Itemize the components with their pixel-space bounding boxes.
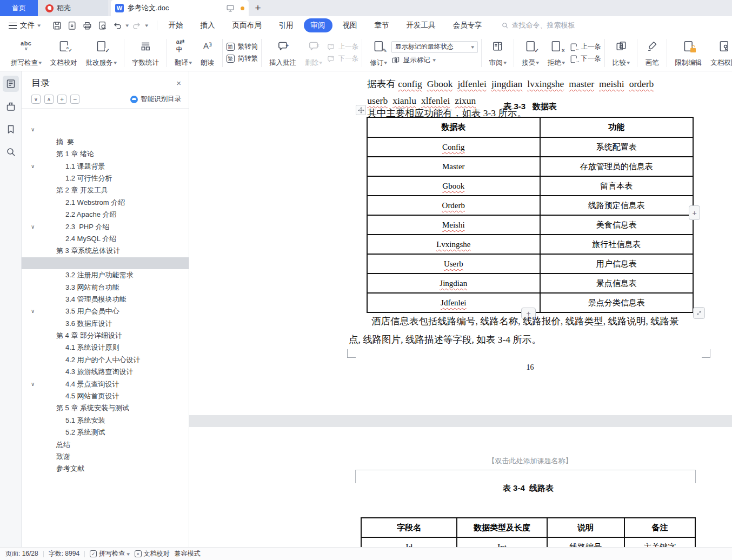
toc-item[interactable]: 4.3 旅游线路查询设计 [22,342,189,354]
table-cell-en[interactable]: Userb [367,254,540,274]
bookmark-panel-button[interactable] [3,121,19,137]
table-cell-cn[interactable]: 存放管理员的信息表 [540,157,693,176]
toc-item[interactable]: 3.2 注册用户功能需求 [22,245,189,257]
table-header-cell[interactable]: 字段名 [361,518,457,537]
table-cell-cn[interactable]: 线路预定信息表 [540,196,693,215]
more-commands-icon[interactable] [145,23,148,28]
undo-caret-icon[interactable] [125,23,129,28]
table-cell-en[interactable]: Master [367,157,540,176]
doc-permission-button[interactable]: 文档权限 [706,38,732,68]
close-icon[interactable]: × [176,78,181,88]
table-header-cell[interactable]: 数据类型及长度 [457,518,547,537]
tab-document[interactable]: W 参考论文.doc [111,0,249,16]
table-resize-handle[interactable] [693,307,705,319]
table-header-cell[interactable]: 功能 [540,117,693,137]
collapse-level-button[interactable] [70,95,79,104]
print-button[interactable] [81,19,94,32]
table-cell-en[interactable]: Config [367,137,540,157]
toc-item[interactable]: 1.2 可行性分析 [22,148,189,160]
table-cell-cn[interactable]: 景点信息表 [540,274,693,293]
compare-button[interactable]: 比较 [608,38,634,68]
outline-panel-button[interactable] [3,76,19,92]
table-cell[interactable]: 线路编号 [547,537,624,547]
insert-comment-button[interactable]: 插入批注 [265,38,301,68]
table-cell-en[interactable]: Jdfenlei [367,293,540,312]
toc-item[interactable]: ∨ 第 4 章 部分详细设计 [22,305,189,317]
table-header-cell[interactable]: 数据表 [367,117,540,137]
markup-state-select[interactable]: 显示标记的最终状态 [391,41,478,53]
table-cell-cn[interactable]: 用户信息表 [540,254,693,274]
chevron-down-icon[interactable]: ∨ [31,124,35,136]
menu-item[interactable]: 审阅 [304,18,332,32]
collapse-all-button[interactable] [44,95,54,104]
menu-item[interactable]: 会员专享 [446,18,489,32]
toc-item[interactable]: 5.1 系统安装 [22,390,189,402]
toc-item[interactable]: ∨ 第 1 章 绪论 [22,124,189,136]
save-button[interactable] [50,19,63,32]
read-aloud-button[interactable]: 朗读 [196,38,219,68]
reject-change-button[interactable]: 拒绝 [543,38,569,68]
table-move-handle[interactable] [356,105,366,115]
table-cell[interactable]: 主关键字 [624,537,695,547]
table-cell-en[interactable]: Lvxingshe [367,235,540,254]
redo-button[interactable] [130,19,143,32]
menu-item[interactable]: 插入 [194,18,222,32]
toc-item[interactable]: 3.3 网站前台功能 [22,257,189,269]
toc-item[interactable]: 5.2 系统测试 [22,402,189,414]
undo-button[interactable] [111,19,124,32]
menu-item[interactable]: 引用 [272,18,301,32]
new-tab-button[interactable]: + [249,0,267,16]
toc-item[interactable]: 2.1 Webstrom 介绍 [22,172,189,184]
ink-brush-button[interactable]: 画笔 [641,38,663,68]
toc-item[interactable]: 4.4 景点查询设计 [22,354,189,366]
table-cell[interactable]: Int [457,537,547,547]
menu-item[interactable]: 开始 [162,18,190,32]
doc-proof-button[interactable]: a- 文档校对 [46,38,82,68]
chevron-down-icon[interactable]: ∨ [31,378,35,390]
toc-item[interactable]: 4.5 网站首页设计 [22,366,189,378]
prev-comment-button[interactable]: 上一条 [327,42,359,51]
toc-item[interactable]: 参考文献 [22,439,189,451]
comments-panel-button[interactable] [3,98,19,115]
table-cell-cn[interactable]: 留言本表 [540,176,693,196]
header-placeholder-text[interactable]: 【双击此处添加课题名称】 [367,456,694,466]
menu-item[interactable]: 开发工具 [400,18,443,32]
smart-toc-button[interactable]: 智能识别目录 [130,95,181,104]
print-preview-button[interactable] [96,19,109,32]
delete-comment-button[interactable]: 删除 [301,38,327,68]
chevron-down-icon[interactable]: ∨ [31,161,35,172]
next-comment-button[interactable]: 下一条 [327,54,359,63]
export-button[interactable] [65,19,78,32]
toc-item[interactable]: 致谢 [22,426,189,438]
table-cell-en[interactable]: Gbook [367,176,540,196]
spell-check-toggle[interactable]: 拼写检查 [90,549,130,558]
menu-item[interactable]: 视图 [336,18,364,32]
command-search[interactable]: 查找命令、搜索模板 [501,21,575,30]
doc-proof-toggle[interactable]: 文档校对 [135,549,170,558]
traditional-to-simplified-button[interactable]: 简 繁转简 [226,42,258,51]
table-cell-cn[interactable]: 景点分类信息表 [540,293,693,312]
toc-item[interactable]: 1.1 课题背景 [22,136,189,148]
find-panel-button[interactable] [3,144,19,160]
toc-item[interactable]: 2.4 MySQL 介绍 [22,209,189,221]
doc-text-line[interactable]: 点, 线路图片, 线路描述等字段, 如表 3-4 所示。 [349,333,541,346]
toc-item[interactable]: ∨ 第 3 章系统总体设计 [22,221,189,233]
toc-item[interactable]: 2.3 PHP 介绍 [22,197,189,209]
menu-item[interactable]: 章节 [368,18,396,32]
toc-item[interactable]: 3.6 数据库设计 [22,294,189,305]
tab-docer[interactable]: 稻壳 [38,0,108,16]
toc-item[interactable]: ∨ 第 2 章 开发工具 [22,161,189,172]
table-cell-cn[interactable]: 旅行社信息表 [540,235,693,254]
accept-change-button[interactable]: 接受 [517,38,543,68]
translate-button[interactable]: 翻译 [170,38,196,68]
menu-item[interactable]: 页面布局 [225,18,269,32]
table-cell-cn[interactable]: 美食信息表 [540,215,693,235]
toc-item[interactable]: 2.2 Apache 介绍 [22,184,189,196]
table-cell-en[interactable]: Jingdian [367,274,540,293]
toc-item[interactable]: 4.2 用户的个人中心设计 [22,330,189,342]
toc-item[interactable]: 4.1 系统设计原则 [22,318,189,330]
screen-share-icon[interactable] [224,2,237,15]
toc-item[interactable]: 摘 要 [22,112,189,124]
table-cell-en[interactable]: Meishi [367,215,540,235]
track-changes-button[interactable]: 修订 [365,38,391,68]
